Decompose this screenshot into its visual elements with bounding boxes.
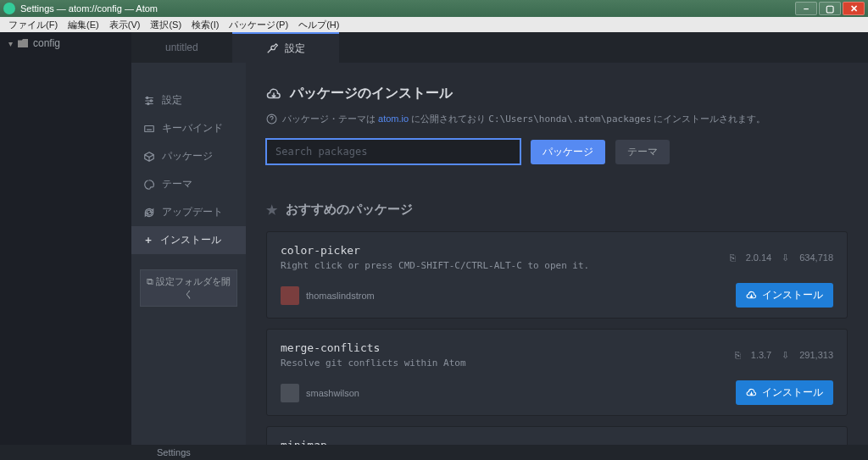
tab-settings[interactable]: 設定 [232, 32, 339, 63]
chevron-down-icon: ▾ [8, 39, 13, 48]
menu-bar: ファイル(F) 編集(E) 表示(V) 選択(S) 検索(I) パッケージ(P)… [0, 17, 868, 32]
package-downloads: 291,313 [799, 350, 833, 360]
package-card: minimap A preview of the full source cod… [266, 426, 848, 445]
sidebar-item-keybindings[interactable]: キーバインド [131, 114, 246, 142]
menu-file[interactable]: ファイル(F) [3, 19, 63, 31]
package-version: 2.0.14 [746, 252, 772, 263]
tree-view[interactable]: ▾ config [0, 32, 131, 445]
cloud-download-icon [746, 387, 757, 398]
sliders-icon [143, 95, 155, 107]
atom-io-link[interactable]: atom.io [378, 114, 409, 124]
menu-view[interactable]: 表示(V) [104, 19, 146, 31]
search-input[interactable] [266, 139, 520, 164]
download-icon: ⇩ [782, 350, 789, 361]
minimize-button[interactable]: – [795, 2, 817, 15]
open-config-folder-button[interactable]: ⧉ 設定フォルダを開く [140, 269, 237, 307]
package-version: 1.3.7 [751, 350, 771, 360]
package-downloads: 634,718 [799, 252, 833, 263]
tree-root[interactable]: ▾ config [8, 37, 123, 49]
menu-help[interactable]: ヘルプ(H) [293, 19, 344, 31]
menu-select[interactable]: 選択(S) [145, 19, 186, 31]
package-icon [143, 151, 155, 163]
cloud-download-icon [266, 86, 281, 102]
keyboard-icon [143, 123, 155, 135]
tag-icon: ⎘ [735, 350, 741, 360]
external-icon: ⧉ [147, 276, 156, 286]
paint-icon [143, 179, 155, 191]
featured-title: おすすめのパッケージ [286, 202, 413, 218]
help-text: パッケージ・テーマは atom.io に公開されており C:\Users\hon… [266, 113, 848, 125]
settings-sidebar: 設定 キーバインド パッケージ テーマ アップデート [131, 63, 246, 445]
tab-label: untitled [165, 42, 198, 53]
window-titlebar: Settings — atom://config — Atom – ▢ ✕ [0, 0, 868, 17]
filter-packages-button[interactable]: パッケージ [531, 140, 605, 164]
avatar [281, 384, 299, 402]
sidebar-item-install[interactable]: ＋ インストール [131, 226, 246, 254]
sidebar-item-settings[interactable]: 設定 [131, 86, 246, 114]
sidebar-item-label: アップデート [162, 205, 223, 219]
filter-themes-button[interactable]: テーマ [615, 140, 670, 164]
close-button[interactable]: ✕ [843, 2, 865, 15]
section-title: パッケージのインストール [290, 85, 453, 103]
sidebar-item-label: キーバインド [162, 121, 223, 136]
status-left: Settings [157, 447, 191, 457]
tab-untitled[interactable]: untitled [131, 32, 232, 63]
sidebar-item-label: インストール [160, 233, 221, 247]
app-icon [3, 3, 15, 14]
tab-bar: untitled 設定 [131, 32, 868, 63]
window-title: Settings — atom://config — Atom [20, 3, 158, 14]
status-bar: Settings [0, 445, 868, 460]
cloud-download-icon [746, 290, 757, 301]
package-author[interactable]: thomaslindstrom [306, 291, 375, 301]
wrench-icon [266, 42, 278, 54]
star-icon: ★ [266, 202, 277, 218]
package-author[interactable]: smashwilson [306, 388, 359, 398]
plus-icon: ＋ [143, 233, 153, 247]
download-icon: ⇩ [782, 252, 789, 263]
tab-label: 設定 [285, 42, 305, 56]
sidebar-item-label: パッケージ [162, 149, 213, 163]
package-desc: Right click or press CMD-SHIFT-C/CTRL-AL… [281, 260, 730, 271]
install-button[interactable]: インストール [736, 380, 833, 405]
package-name[interactable]: color-picker [281, 244, 730, 257]
maximize-button[interactable]: ▢ [819, 2, 841, 15]
package-name[interactable]: minimap [281, 439, 721, 445]
package-desc: Resolve git conflicts within Atom [281, 357, 735, 369]
tree-root-label: config [33, 37, 60, 49]
menu-packages[interactable]: パッケージ(P) [224, 19, 293, 31]
settings-content: パッケージのインストール パッケージ・テーマは atom.io に公開されており… [246, 63, 868, 445]
refresh-icon [143, 207, 155, 219]
avatar [281, 286, 299, 305]
folder-icon [18, 39, 28, 47]
install-button[interactable]: インストール [736, 283, 833, 308]
sidebar-item-updates[interactable]: アップデート [131, 198, 246, 226]
sidebar-item-packages[interactable]: パッケージ [131, 142, 246, 170]
package-name[interactable]: merge-conflicts [281, 341, 735, 354]
tag-icon: ⎘ [730, 252, 736, 263]
svg-rect-3 [145, 125, 154, 131]
sidebar-item-label: 設定 [162, 93, 182, 108]
question-icon [266, 114, 277, 125]
package-card: merge-conflicts Resolve git conflicts wi… [266, 329, 848, 416]
sidebar-item-themes[interactable]: テーマ [131, 170, 246, 198]
sidebar-item-label: テーマ [162, 177, 192, 191]
menu-edit[interactable]: 編集(E) [63, 19, 104, 31]
menu-search[interactable]: 検索(I) [186, 19, 224, 31]
package-card: color-picker Right click or press CMD-SH… [266, 231, 848, 319]
